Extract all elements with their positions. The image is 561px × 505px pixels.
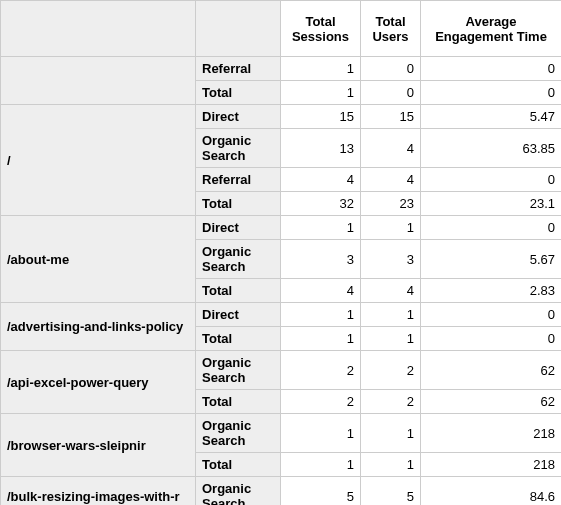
cell-users: 0 [361,81,421,105]
row-group-path: /api-excel-power-query [1,351,196,414]
header-sessions: Total Sessions [281,1,361,57]
row-group-path: /advertising-and-links-policy [1,303,196,351]
cell-engagement: 0 [421,57,562,81]
row-source: Total [196,453,281,477]
cell-users: 3 [361,240,421,279]
cell-users: 4 [361,168,421,192]
row-source: Referral [196,168,281,192]
row-source: Organic Search [196,351,281,390]
row-group-path: /bulk-resizing-images-with-r [1,477,196,506]
cell-sessions: 1 [281,303,361,327]
cell-sessions: 5 [281,477,361,506]
cell-sessions: 4 [281,168,361,192]
cell-users: 23 [361,192,421,216]
cell-sessions: 13 [281,129,361,168]
table-row: /browser-wars-sleipnirOrganic Search1121… [1,414,562,453]
cell-users: 4 [361,279,421,303]
header-source [196,1,281,57]
cell-engagement: 0 [421,81,562,105]
row-source: Organic Search [196,477,281,506]
cell-engagement: 2.83 [421,279,562,303]
table-row: /advertising-and-links-policyDirect110 [1,303,562,327]
cell-users: 15 [361,105,421,129]
row-group-path: / [1,105,196,216]
row-source: Organic Search [196,129,281,168]
cell-engagement: 0 [421,327,562,351]
cell-sessions: 1 [281,414,361,453]
cell-engagement: 0 [421,168,562,192]
cell-users: 1 [361,453,421,477]
row-source: Direct [196,303,281,327]
row-source: Total [196,279,281,303]
row-group-path: /about-me [1,216,196,303]
cell-users: 4 [361,129,421,168]
cell-users: 5 [361,477,421,506]
cell-users: 1 [361,327,421,351]
row-source: Referral [196,57,281,81]
cell-users: 2 [361,390,421,414]
cell-sessions: 1 [281,57,361,81]
cell-sessions: 1 [281,453,361,477]
cell-sessions: 1 [281,81,361,105]
table-row: /about-meDirect110 [1,216,562,240]
header-engagement: Average Engagement Time [421,1,562,57]
row-source: Total [196,81,281,105]
cell-engagement: 218 [421,414,562,453]
cell-sessions: 15 [281,105,361,129]
cell-users: 1 [361,303,421,327]
analytics-pivot-table: Total Sessions Total Users Average Engag… [0,0,561,505]
row-group-path [1,57,196,105]
cell-sessions: 1 [281,216,361,240]
table-row: /api-excel-power-queryOrganic Search2262 [1,351,562,390]
header-users: Total Users [361,1,421,57]
cell-engagement: 84.6 [421,477,562,506]
cell-engagement: 5.47 [421,105,562,129]
row-source: Total [196,192,281,216]
row-source: Direct [196,216,281,240]
header-path [1,1,196,57]
row-source: Organic Search [196,240,281,279]
cell-users: 2 [361,351,421,390]
row-source: Direct [196,105,281,129]
cell-engagement: 23.1 [421,192,562,216]
table-row: /Direct15155.47 [1,105,562,129]
cell-sessions: 2 [281,390,361,414]
cell-users: 0 [361,57,421,81]
cell-engagement: 218 [421,453,562,477]
cell-engagement: 0 [421,216,562,240]
cell-sessions: 3 [281,240,361,279]
cell-engagement: 62 [421,351,562,390]
row-group-path: /browser-wars-sleipnir [1,414,196,477]
cell-users: 1 [361,414,421,453]
cell-engagement: 0 [421,303,562,327]
row-source: Organic Search [196,414,281,453]
cell-engagement: 63.85 [421,129,562,168]
cell-users: 1 [361,216,421,240]
row-source: Total [196,327,281,351]
table-header-row: Total Sessions Total Users Average Engag… [1,1,562,57]
cell-sessions: 1 [281,327,361,351]
cell-sessions: 32 [281,192,361,216]
cell-sessions: 4 [281,279,361,303]
table-row: /bulk-resizing-images-with-rOrganic Sear… [1,477,562,506]
cell-engagement: 5.67 [421,240,562,279]
cell-engagement: 62 [421,390,562,414]
row-source: Total [196,390,281,414]
cell-sessions: 2 [281,351,361,390]
table-row: Referral100 [1,57,562,81]
